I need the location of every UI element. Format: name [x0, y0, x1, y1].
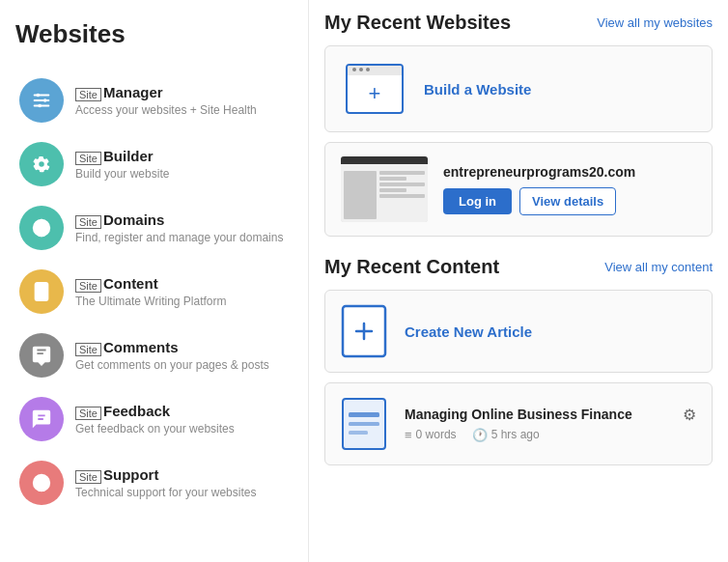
- recent-content-section: My Recent Content View all my content Cr…: [324, 256, 713, 465]
- menu-desc-content: The Ultimate Writing Platform: [75, 295, 227, 308]
- menu-title-bold-feedback: Feedback: [103, 403, 170, 419]
- menu-text-feedback: SiteFeedback Get feedback on your websit…: [75, 403, 235, 435]
- article-doc-icon: [341, 397, 387, 451]
- existing-article-card: Managing Online Business Finance ⚙ ≡ 0 w…: [324, 382, 713, 465]
- menu-title-bold-content: Content: [103, 275, 158, 292]
- ss-line-2: [379, 177, 406, 181]
- view-all-websites-link[interactable]: View all my websites: [597, 15, 713, 30]
- dot-1: [352, 68, 356, 71]
- menu-title-domains: SiteDomains: [75, 211, 283, 228]
- recent-content-header: My Recent Content View all my content: [324, 256, 713, 278]
- ss-line-4: [379, 188, 406, 192]
- dot-3: [366, 68, 370, 71]
- menu-title-bold-comments: Comments: [103, 339, 179, 355]
- page-title: Websites: [15, 19, 293, 49]
- dot-2: [359, 68, 363, 71]
- menu-desc-domains: Find, register and manage your domains: [75, 231, 283, 244]
- sidebar-item-feedback[interactable]: SiteFeedback Get feedback on your websit…: [15, 387, 293, 451]
- recent-websites-title: My Recent Websites: [324, 12, 511, 34]
- menu-title-bold-manager: Manager: [103, 84, 163, 100]
- sidebar-item-builder[interactable]: SiteBuilder Build your website: [15, 132, 293, 196]
- menu-title-bold-domains: Domains: [103, 211, 164, 228]
- menu-text-builder: SiteBuilder Build your website: [75, 148, 169, 180]
- globe-icon: [19, 206, 64, 250]
- menu-items-list: SiteManager Access your websites + Site …: [15, 69, 293, 515]
- screenshot-col-left: [344, 171, 377, 219]
- svg-point-13: [38, 479, 44, 486]
- sidebar-item-comments[interactable]: SiteComments Get comments on your pages …: [15, 323, 293, 387]
- menu-title-bold-builder: Builder: [103, 148, 154, 164]
- ss-line-1: [379, 171, 425, 175]
- menu-text-support: SiteSupport Technical support for your w…: [75, 466, 256, 498]
- browser-plus-icon: +: [346, 64, 404, 114]
- article-meta: ≡ 0 words 🕐 5 hrs ago: [405, 428, 696, 442]
- document-icon: [19, 269, 64, 314]
- menu-title-builder: SiteBuilder: [75, 148, 169, 164]
- article-title: Managing Online Business Finance: [405, 406, 632, 423]
- menu-text-content: SiteContent The Ultimate Writing Platfor…: [75, 275, 227, 307]
- ss-line-3: [379, 183, 425, 186]
- gear-icon: [19, 142, 64, 186]
- view-details-button[interactable]: View details: [519, 187, 616, 215]
- lines-icon: ≡: [405, 428, 412, 442]
- site-tag-builder: Site: [75, 152, 101, 165]
- svg-point-4: [43, 98, 47, 102]
- menu-desc-manager: Access your websites + Site Health: [75, 103, 257, 117]
- login-button[interactable]: Log in: [443, 188, 512, 214]
- menu-desc-feedback: Get feedback on your websites: [75, 422, 235, 436]
- new-article-icon: [341, 304, 387, 358]
- view-all-content-link[interactable]: View all my content: [604, 260, 713, 274]
- svg-rect-24: [349, 431, 368, 435]
- sliders-icon: [19, 78, 64, 123]
- menu-title-feedback: SiteFeedback: [75, 403, 235, 419]
- menu-title-bold-support: Support: [103, 466, 159, 483]
- website-actions: Log in View details: [443, 187, 635, 215]
- build-website-icon-area: +: [341, 60, 408, 118]
- menu-desc-builder: Build your website: [75, 167, 169, 181]
- svg-rect-23: [349, 422, 379, 426]
- site-tag-feedback: Site: [75, 407, 101, 420]
- article-content: Managing Online Business Finance ⚙ ≡ 0 w…: [405, 406, 696, 441]
- existing-website-card: entrepreneurprograms20.com Log in View d…: [324, 142, 713, 237]
- word-count-meta: ≡ 0 words: [405, 428, 457, 442]
- menu-text-domains: SiteDomains Find, register and manage yo…: [75, 211, 283, 243]
- website-screenshot: [341, 156, 428, 222]
- lifebuoy-icon: [19, 461, 64, 505]
- sidebar-item-support[interactable]: SiteSupport Technical support for your w…: [15, 451, 293, 515]
- plus-symbol: +: [369, 81, 381, 106]
- article-settings-icon[interactable]: ⚙: [683, 406, 696, 424]
- svg-point-3: [37, 94, 41, 98]
- site-tag-domains: Site: [75, 215, 101, 229]
- website-domain: entrepreneurprograms20.com: [443, 164, 635, 180]
- article-card-header: Managing Online Business Finance ⚙: [405, 406, 696, 427]
- clock-icon: 🕐: [472, 428, 488, 442]
- menu-text-comments: SiteComments Get comments on your pages …: [75, 339, 269, 371]
- sidebar-item-manager[interactable]: SiteManager Access your websites + Site …: [15, 69, 293, 132]
- time-ago-meta: 🕐 5 hrs ago: [472, 428, 540, 442]
- svg-point-5: [38, 104, 42, 108]
- screenshot-col-right: [379, 171, 425, 219]
- sidebar-item-domains[interactable]: SiteDomains Find, register and manage yo…: [15, 196, 293, 260]
- screenshot-content: [341, 168, 428, 222]
- left-panel: Websites SiteManager Access your website…: [0, 0, 309, 562]
- ss-line-5: [379, 194, 425, 198]
- create-new-article-label[interactable]: Create New Article: [405, 323, 532, 340]
- right-panel: My Recent Websites View all my websites …: [309, 0, 728, 562]
- menu-title-support: SiteSupport: [75, 466, 256, 483]
- speech-bubble-icon: [19, 333, 64, 378]
- sidebar-item-content[interactable]: SiteContent The Ultimate Writing Platfor…: [15, 260, 293, 323]
- browser-dots: [352, 68, 370, 71]
- menu-desc-support: Technical support for your websites: [75, 486, 256, 499]
- menu-title-comments: SiteComments: [75, 339, 269, 355]
- build-website-label[interactable]: Build a Website: [424, 81, 531, 98]
- recent-content-title: My Recent Content: [324, 256, 499, 278]
- menu-text-manager: SiteManager Access your websites + Site …: [75, 84, 257, 116]
- time-ago: 5 hrs ago: [491, 428, 540, 441]
- site-tag-manager: Site: [75, 88, 101, 101]
- create-article-card: Create New Article: [324, 290, 713, 373]
- svg-rect-22: [349, 412, 379, 417]
- word-count: 0 words: [416, 428, 457, 441]
- website-info: entrepreneurprograms20.com Log in View d…: [443, 164, 635, 215]
- recent-websites-header: My Recent Websites View all my websites: [324, 12, 713, 34]
- site-tag-support: Site: [75, 470, 101, 484]
